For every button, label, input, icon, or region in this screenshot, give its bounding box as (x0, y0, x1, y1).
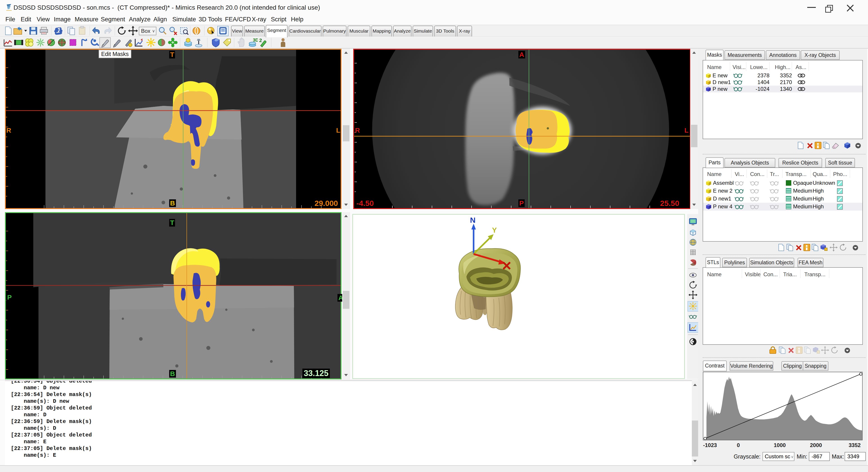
svg-text:3D: 3D (253, 37, 258, 42)
svg-text:N: N (470, 216, 476, 224)
svg-text:2: 2 (259, 37, 262, 43)
svg-text:Y: Y (492, 226, 497, 234)
